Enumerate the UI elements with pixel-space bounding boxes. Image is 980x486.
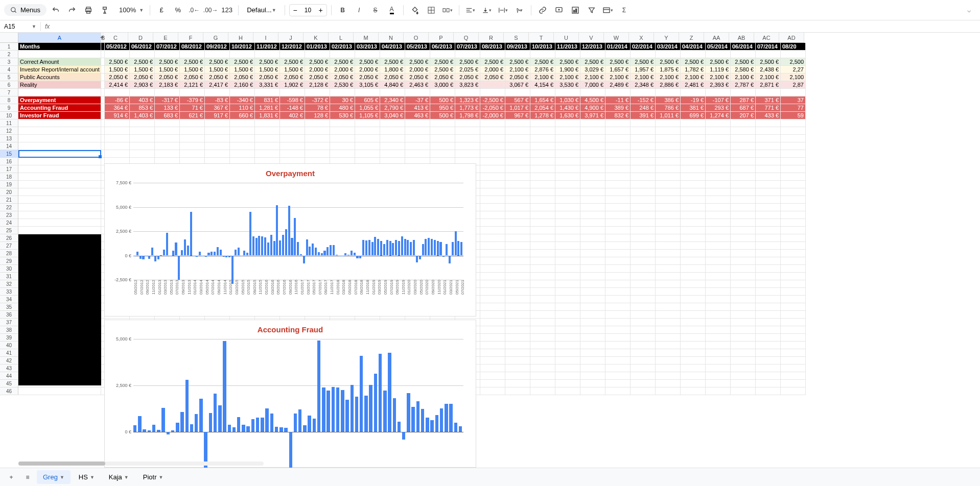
row-header-13[interactable]: 13 [0,135,18,142]
spreadsheet-grid[interactable]: ◄ ABCDEFGHIJKLMNOPQRSTUVWXYZAAABACAD 123… [0,33,980,468]
cell[interactable] [305,150,330,158]
cell[interactable]: 2,790 € [380,104,405,112]
cell[interactable] [255,119,280,127]
cell[interactable]: 2,787 € [731,81,756,89]
cell[interactable]: 660 € [230,112,255,119]
cell[interactable]: Investor Report/internal account [18,66,101,74]
cell[interactable] [105,142,130,150]
column-header-M[interactable]: M [354,33,379,43]
cell[interactable] [706,319,731,326]
cell[interactable]: 831 € [255,96,280,104]
cell[interactable] [605,51,631,58]
cell[interactable]: 1,831 € [255,112,280,119]
cell[interactable]: 133 € [155,104,180,112]
cell[interactable] [530,119,555,127]
cell[interactable] [580,380,605,387]
cell[interactable]: 2,500 € [280,58,305,66]
cell[interactable] [706,303,731,311]
cell[interactable] [580,51,605,58]
cell[interactable] [681,227,706,234]
cell[interactable]: 4,900 € [580,104,605,112]
cell[interactable] [480,204,505,211]
cell[interactable] [731,319,756,326]
cell[interactable]: 386 € [656,96,681,104]
cell[interactable] [756,349,781,357]
cell[interactable] [530,227,555,234]
cell[interactable]: 2,500 € [205,58,230,66]
cell[interactable] [781,196,806,204]
cell[interactable]: 2,27 [781,66,806,74]
cell[interactable]: 2,100 € [555,74,580,81]
row-header-10[interactable]: 10 [0,112,18,119]
cell[interactable] [155,142,180,150]
cell[interactable] [605,319,631,326]
cell[interactable] [781,250,806,257]
cell[interactable] [706,265,731,273]
cell[interactable]: 364 € [105,104,130,112]
cell[interactable] [681,288,706,296]
cell[interactable] [555,326,580,334]
cell[interactable]: 1,500 € [280,66,305,74]
column-header-Q[interactable]: Q [454,33,479,43]
cell[interactable] [205,135,230,142]
cell[interactable] [656,158,681,165]
cell[interactable] [706,196,731,204]
cell[interactable] [505,265,530,273]
chart-accounting-fraud[interactable]: Accounting Fraud 0 €2,500 €5,000 € [104,320,476,468]
cell[interactable] [605,150,631,158]
cell[interactable]: 2,500 € [756,58,781,66]
cell[interactable] [530,89,555,96]
cell[interactable] [480,288,505,296]
print-button[interactable] [81,3,96,17]
cell[interactable] [631,234,656,242]
cell[interactable] [580,265,605,273]
cell[interactable] [555,273,580,280]
cell[interactable] [631,242,656,250]
cell[interactable] [480,357,505,364]
cell[interactable] [756,158,781,165]
cell[interactable] [756,273,781,280]
cell[interactable]: 4,154 € [530,81,555,89]
cell[interactable] [180,119,205,127]
cell[interactable]: 11/2012 [255,43,280,51]
cell[interactable] [681,51,706,58]
decrease-decimal-button[interactable]: .0← [187,3,201,17]
cell[interactable] [480,334,505,342]
cell[interactable] [555,188,580,196]
cell[interactable]: 2,050 € [505,74,530,81]
cell[interactable] [631,349,656,357]
cell[interactable] [781,326,806,334]
cell[interactable]: 2,050 € [230,74,255,81]
cell[interactable] [18,127,101,135]
cell[interactable] [480,250,505,257]
cell[interactable] [455,135,480,142]
cell[interactable]: 2,500 € [555,58,580,66]
wrap-button[interactable]: ▾ [496,3,510,17]
cell[interactable] [756,311,781,319]
row-header-9[interactable]: 9 [0,104,18,112]
cell[interactable] [656,326,681,334]
cell[interactable] [230,135,255,142]
cell[interactable] [756,342,781,349]
sheet-tab-kaja[interactable]: Kaja▼ [103,470,135,484]
cell[interactable] [605,219,631,227]
cell[interactable] [731,342,756,349]
cell[interactable] [480,280,505,288]
column-header-X[interactable]: X [629,33,654,43]
cell[interactable] [305,142,330,150]
cell[interactable]: 2,050 € [430,74,455,81]
cell[interactable] [530,173,555,181]
column-header-L[interactable]: L [329,33,354,43]
cell[interactable] [555,319,580,326]
cell[interactable]: 1,798 € [455,112,480,119]
cell[interactable]: 500 € [430,96,455,104]
cell[interactable]: 2,050 € [105,74,130,81]
cell[interactable]: 3,105 € [355,81,380,89]
cell[interactable]: 07/2012 [155,43,180,51]
column-header-Y[interactable]: Y [654,33,679,43]
cell[interactable]: 771 € [756,104,781,112]
cell[interactable] [580,158,605,165]
column-header-K[interactable]: K [304,33,329,43]
row-header-11[interactable]: 11 [0,119,18,127]
cell[interactable]: 2,438 € [756,66,781,74]
